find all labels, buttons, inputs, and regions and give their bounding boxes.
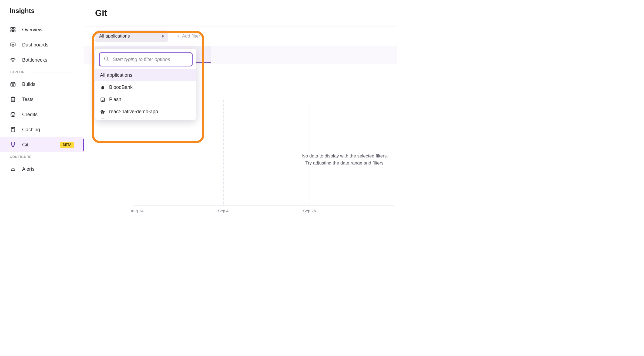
sidebar-item-label: Builds: [22, 82, 35, 87]
filter-bar: All applications + Add filter: [84, 26, 397, 46]
sidebar-item-label: Overview: [22, 27, 42, 33]
dropdown-option-bloodbank[interactable]: BloodBank: [95, 81, 196, 93]
sidebar-title: Insights: [0, 5, 84, 22]
svg-point-10: [11, 143, 12, 144]
grid-icon: [10, 26, 16, 33]
finder-icon: [100, 97, 105, 102]
filter-dropdown-label: All applications: [99, 33, 130, 39]
dropdown-option-all-applications[interactable]: All applications: [95, 69, 196, 81]
add-filter-button[interactable]: + Add filter: [177, 33, 200, 39]
sidebar-item-label: Bottlenecks: [22, 57, 47, 63]
sd-card-icon: [10, 126, 16, 133]
chart-x-tick: Sep 4: [218, 209, 229, 213]
chart-gridline: [223, 99, 224, 206]
dropdown-search-wrap: [95, 49, 196, 69]
beta-badge: BETA: [60, 142, 74, 148]
chart-gridline: [310, 99, 310, 206]
svg-rect-3: [14, 30, 15, 32]
presentation-icon: [10, 42, 16, 48]
svg-rect-0: [11, 28, 12, 29]
sidebar-item-overview[interactable]: Overview: [0, 22, 84, 37]
sidebar-item-builds[interactable]: Builds: [0, 77, 84, 92]
clipboard-icon: [10, 96, 16, 103]
dropdown-option-plash[interactable]: Plash: [95, 93, 196, 106]
dropdown-option-label: react-native-demo-app: [109, 109, 158, 115]
search-icon: [103, 56, 109, 63]
svg-rect-2: [11, 30, 12, 32]
svg-rect-1: [14, 28, 15, 29]
svg-point-5: [12, 59, 14, 61]
android-icon: [100, 85, 105, 90]
page-title: Git: [84, 0, 397, 26]
git-branch-icon: [10, 142, 16, 148]
react-icon: [100, 109, 105, 115]
sidebar-item-bottlenecks[interactable]: Bottlenecks: [0, 52, 84, 68]
sidebar-item-label: Tests: [22, 97, 33, 102]
svg-point-13: [105, 57, 108, 60]
builds-icon: [10, 81, 16, 88]
chart-x-tick: Aug 14: [131, 209, 144, 213]
svg-point-11: [14, 143, 15, 144]
sidebar-item-alerts[interactable]: Alerts: [0, 162, 84, 177]
svg-point-15: [102, 111, 103, 112]
chart-empty-state: No data to display with the selected fil…: [302, 153, 388, 166]
dropdown-option-label: All applications: [100, 72, 132, 78]
sidebar-item-dashboards[interactable]: Dashboards: [0, 37, 84, 52]
sidebar-item-credits[interactable]: Credits: [0, 107, 84, 122]
dropdown-option-partial[interactable]: ✳ …: [95, 118, 196, 119]
svg-rect-6: [11, 83, 15, 86]
sidebar-item-label: Caching: [22, 127, 40, 133]
sidebar-item-label: Git: [22, 142, 28, 148]
coins-icon: [10, 111, 16, 118]
section-header-configure: CONFIGURE: [0, 152, 84, 162]
dropdown-search-input[interactable]: [113, 57, 188, 62]
dropdown-option-react-native-demo-app[interactable]: react-native-demo-app: [95, 106, 196, 118]
sidebar-item-label: Credits: [22, 112, 38, 117]
svg-rect-14: [101, 98, 105, 102]
sidebar-item-tests[interactable]: Tests: [0, 92, 84, 107]
applications-filter-dropdown[interactable]: All applications: [95, 31, 168, 42]
sidebar-item-label: Dashboards: [22, 42, 48, 48]
plus-icon: +: [177, 33, 180, 39]
sidebar: Insights Overview Dashboards Bottlenecks…: [0, 0, 84, 219]
dropdown-option-label: BloodBank: [109, 85, 133, 90]
section-header-explore: EXPLORE: [0, 68, 84, 77]
sidebar-item-caching[interactable]: Caching: [0, 122, 84, 137]
add-filter-label: Add filter: [182, 33, 200, 39]
dot-indicator-icon: [202, 54, 203, 55]
dropdown-search-field[interactable]: [99, 52, 193, 66]
chart-x-tick: Sep 26: [303, 209, 316, 213]
sidebar-item-git[interactable]: Git BETA: [0, 137, 84, 152]
dropdown-option-label: Plash: [109, 97, 121, 102]
siren-icon: [10, 166, 16, 172]
chevron-updown-icon: [162, 35, 164, 38]
applications-dropdown-panel: All applications BloodBank Plash react-n…: [95, 49, 196, 120]
svg-point-9: [11, 113, 15, 114]
main-content: Git All applications + Add filter y Aug …: [84, 0, 397, 219]
sidebar-item-label: Alerts: [22, 166, 35, 172]
lightbulb-icon: [10, 57, 16, 63]
react-icon: ✳: [100, 118, 105, 119]
